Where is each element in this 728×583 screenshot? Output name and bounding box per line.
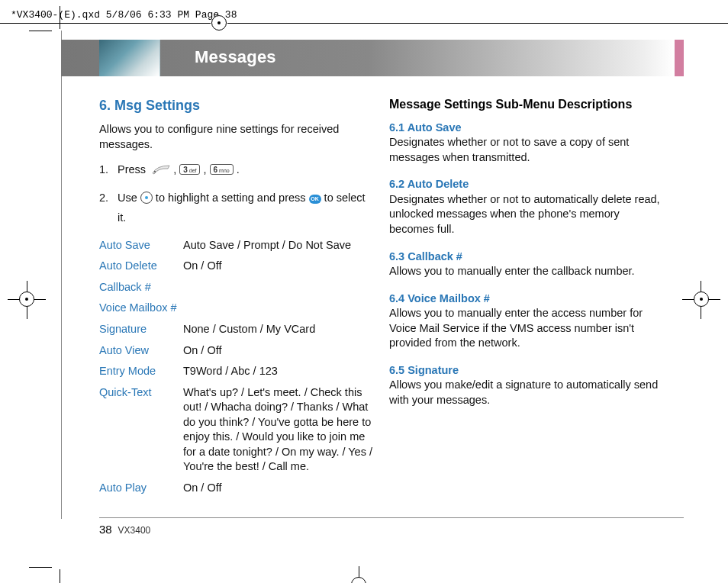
right-column: Message Settings Sub-Menu Descriptions 6…: [389, 96, 662, 420]
sub-item: 6.3 Callback # Allows you to manually en…: [389, 250, 662, 279]
ok-button-icon: OK: [309, 195, 321, 204]
sub-item-body: Allows you make/edit a signature to auto…: [389, 378, 662, 407]
sub-item: 6.4 Voice Mailbox # Allows you to manual…: [389, 292, 662, 351]
table-row: SignatureNone / Custom / My VCard: [99, 319, 372, 340]
step-1: 1. Press , 3 def , 6 mno .: [99, 159, 372, 179]
table-row: Quick-TextWhat's up? / Let's meet. / Che…: [99, 382, 372, 478]
left-softkey-icon: [152, 161, 170, 172]
table-row: Auto SaveAuto Save / Prompt / Do Not Sav…: [99, 235, 372, 256]
sub-item-body: Designates whether or not to automatical…: [389, 192, 662, 237]
chapter-title: Messages: [195, 47, 276, 67]
nav-ring-icon: [140, 192, 153, 204]
table-row: Voice Mailbox #: [99, 298, 372, 319]
table-row: Auto ViewOn / Off: [99, 340, 372, 362]
left-column: 6. Msg Settings Allows you to configure …: [99, 96, 372, 499]
submenu-heading: Message Settings Sub-Menu Descriptions: [389, 96, 662, 113]
table-row: Entry ModeT9Word / Abc / 123: [99, 361, 372, 382]
sub-item-title: 6.4 Voice Mailbox #: [389, 292, 662, 307]
page: Messages 6. Msg Settings Allows you to c…: [61, 31, 684, 565]
table-row: Auto PlayOn / Off: [99, 478, 372, 499]
sub-item-title: 6.5 Signature: [389, 363, 662, 378]
sub-item-title: 6.2 Auto Delete: [389, 177, 662, 192]
header-rule-right: [227, 23, 728, 24]
model-label: VX3400: [118, 525, 151, 536]
intro-text: Allows you to configure nine settings fo…: [99, 122, 372, 152]
sub-item-title: 6.3 Callback #: [389, 250, 662, 265]
table-row: Callback #: [99, 277, 372, 298]
registration-mark-icon: [211, 15, 227, 31]
sub-item: 6.5 Signature Allows you make/edit a sig…: [389, 363, 662, 408]
svg-point-0: [154, 171, 156, 172]
chapter-banner: Messages: [61, 40, 684, 76]
sub-item-title: 6.1 Auto Save: [389, 121, 662, 136]
print-header: *VX3400-(E).qxd 5/8/06 6:33 PM Page 38: [11, 9, 237, 21]
sub-item-body: Allows you to manually enter the callbac…: [389, 264, 662, 279]
step-2: 2. Use to highlight a setting and press …: [99, 188, 372, 227]
section-heading: 6. Msg Settings: [99, 96, 372, 114]
page-footer: 38 VX3400: [99, 523, 150, 536]
key-6-icon: 6 mno: [210, 164, 234, 175]
sub-item: 6.2 Auto Delete Designates whether or no…: [389, 177, 662, 237]
header-rule-left: [0, 23, 211, 24]
footer-rule: [99, 517, 684, 518]
sub-item-body: Designates whether or not to save a copy…: [389, 135, 662, 165]
sub-item-body: Allows you to manually enter the access …: [389, 306, 662, 351]
page-number: 38: [99, 523, 112, 536]
settings-table: Auto SaveAuto Save / Prompt / Do Not Sav…: [99, 235, 372, 499]
sub-item: 6.1 Auto Save Designates whether or not …: [389, 121, 662, 166]
key-3-icon: 3 def: [179, 164, 200, 175]
table-row: Auto DeleteOn / Off: [99, 256, 372, 277]
banner-photo: [99, 40, 160, 76]
